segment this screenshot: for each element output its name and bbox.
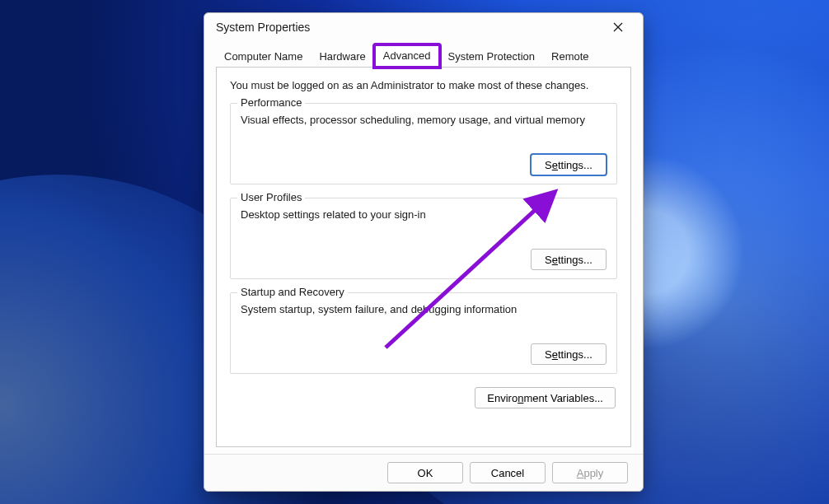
group-performance-desc: Visual effects, processor scheduling, me… <box>241 114 607 126</box>
tab-computer-name[interactable]: Computer Name <box>216 46 311 68</box>
tab-row: Computer Name Hardware Advanced System P… <box>204 41 643 68</box>
button-label: Apply <box>577 467 604 479</box>
dialog-title: System Properties <box>216 21 600 34</box>
system-properties-dialog: System Properties Computer Name Hardware… <box>204 12 644 492</box>
tab-advanced[interactable]: Advanced <box>374 44 440 68</box>
close-icon <box>613 22 623 32</box>
group-startup-recovery: Startup and Recovery System startup, sys… <box>230 292 617 374</box>
group-performance: Performance Visual effects, processor sc… <box>230 103 617 184</box>
tab-system-protection[interactable]: System Protection <box>440 46 544 68</box>
admin-note: You must be logged on as an Administrato… <box>230 79 617 91</box>
button-label: Settings... <box>545 159 592 171</box>
button-label: Settings... <box>545 254 592 266</box>
group-performance-label: Performance <box>237 96 305 109</box>
group-startup-recovery-desc: System startup, system failure, and debu… <box>241 303 607 315</box>
tab-remote[interactable]: Remote <box>543 46 597 68</box>
close-button[interactable] <box>600 15 636 40</box>
user-profiles-settings-button[interactable]: Settings... <box>531 249 607 270</box>
group-user-profiles-desc: Desktop settings related to your sign-in <box>241 208 607 221</box>
startup-recovery-settings-button[interactable]: Settings... <box>531 343 607 365</box>
group-user-profiles-label: User Profiles <box>237 191 305 203</box>
group-user-profiles: User Profiles Desktop settings related t… <box>230 198 617 279</box>
cancel-button[interactable]: Cancel <box>470 462 546 483</box>
environment-variables-button[interactable]: Environment Variables... <box>475 387 616 408</box>
button-label: Settings... <box>545 348 592 361</box>
group-startup-recovery-label: Startup and Recovery <box>237 286 348 298</box>
tab-pane-advanced: You must be logged on as an Administrato… <box>216 67 631 447</box>
performance-settings-button[interactable]: Settings... <box>531 154 607 175</box>
title-bar: System Properties <box>204 13 643 41</box>
apply-button: Apply <box>552 462 628 483</box>
tab-hardware[interactable]: Hardware <box>311 46 373 68</box>
ok-button[interactable]: OK <box>387 462 463 483</box>
button-label: Environment Variables... <box>487 392 603 404</box>
dialog-button-bar: OK Cancel Apply <box>204 454 643 491</box>
